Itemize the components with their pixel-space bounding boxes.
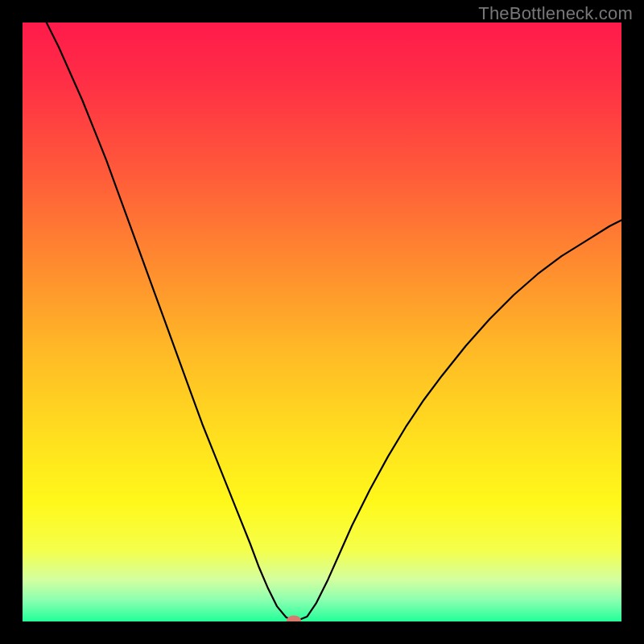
chart-container: TheBottleneck.com [0, 0, 644, 644]
plot-area [23, 23, 621, 621]
watermark-text: TheBottleneck.com [478, 3, 633, 24]
chart-svg [23, 23, 621, 621]
gradient-background [23, 23, 621, 621]
